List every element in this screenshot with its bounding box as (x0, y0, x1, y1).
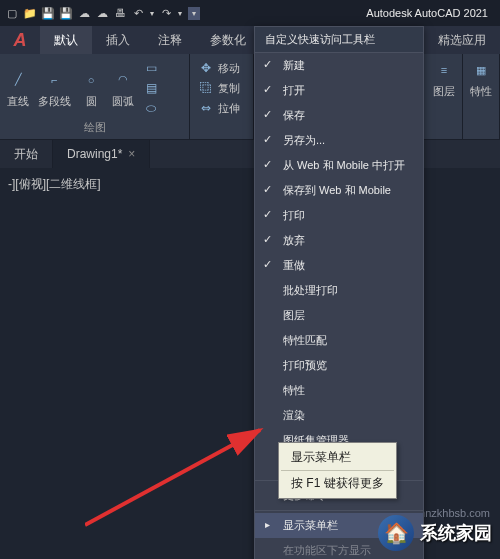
file-tabs: 开始 Drawing1* × (0, 140, 500, 168)
line-label: 直线 (7, 94, 29, 109)
polyline-button[interactable]: ⌐ 多段线 (38, 68, 71, 109)
tab-start-label: 开始 (14, 146, 38, 163)
copy-button[interactable]: ⿻ 复制 (196, 78, 247, 98)
menu-item-label: 图层 (283, 309, 305, 321)
menu-item[interactable]: ✓从 Web 和 Mobile 中打开 (255, 153, 423, 178)
view-controls[interactable]: -][俯视][二维线框] (8, 176, 101, 193)
menu-item[interactable]: 渲染 (255, 403, 423, 428)
menu-item[interactable]: ✓保存 (255, 103, 423, 128)
polyline-icon: ⌐ (43, 68, 67, 92)
menu-item-label: 放弃 (283, 234, 305, 246)
titlebar: ▢ 📁 💾 💾 ☁ ☁ 🖶 ↶ ▾ ↷ ▾ ▾ Autodesk AutoCAD… (0, 0, 500, 26)
move-icon: ✥ (198, 60, 214, 76)
menu-item[interactable]: ✓放弃 (255, 228, 423, 253)
check-icon: ✓ (263, 83, 272, 96)
ellipse-icon[interactable]: ⬭ (143, 100, 159, 116)
menu-header: 自定义快速访问工具栏 (255, 27, 423, 53)
menu-item[interactable]: ✓打印 (255, 203, 423, 228)
tab-parametric[interactable]: 参数化 (196, 26, 260, 54)
menu-item-label: 打印 (283, 209, 305, 221)
tab-default[interactable]: 默认 (40, 26, 92, 54)
check-icon: ✓ (263, 183, 272, 196)
menu-show-menubar-label: 显示菜单栏 (283, 519, 338, 531)
copy-icon: ⿻ (198, 80, 214, 96)
menu-divider (255, 510, 423, 511)
arc-label: 圆弧 (112, 94, 134, 109)
qat-redo-icon[interactable]: ↷ (158, 5, 174, 21)
menu-item-label: 特性 (283, 384, 305, 396)
check-icon: ✓ (263, 258, 272, 271)
properties-icon: ▦ (469, 58, 493, 82)
hatch-icon[interactable]: ▤ (143, 80, 159, 96)
menu-item[interactable]: 图层 (255, 303, 423, 328)
circle-label: 圆 (86, 94, 97, 109)
menu-item[interactable]: 批处理打印 (255, 278, 423, 303)
tab-start[interactable]: 开始 (0, 140, 53, 168)
ribbon-content: ╱ 直线 ⌐ 多段线 ○ 圆 ◠ 圆弧 ▭ ▤ ⬭ 绘图 ✥ (0, 54, 500, 140)
menu-item[interactable]: ✓打开 (255, 78, 423, 103)
qat-undo-icon[interactable]: ↶ (130, 5, 146, 21)
arc-button[interactable]: ◠ 圆弧 (111, 68, 135, 109)
menu-item[interactable]: 特性匹配 (255, 328, 423, 353)
layer-label: 图层 (433, 84, 455, 99)
tab-drawing1[interactable]: Drawing1* × (53, 140, 150, 168)
ribbon-tabs: A 默认 插入 注释 参数化 视图 精选应用 (0, 26, 500, 54)
menu-item[interactable]: 打印预览 (255, 353, 423, 378)
tooltip-help: 按 F1 键获得更多 (281, 471, 394, 496)
stretch-label: 拉伸 (218, 101, 240, 116)
line-icon: ╱ (6, 68, 30, 92)
tooltip-title: 显示菜单栏 (281, 445, 394, 470)
close-icon[interactable]: × (128, 147, 135, 161)
qat-saveas-icon[interactable]: 💾 (58, 5, 74, 21)
check-icon: ✓ (263, 133, 272, 146)
canvas-area[interactable]: -][俯视][二维线框] (0, 168, 500, 559)
qat-print-icon[interactable]: 🖶 (112, 5, 128, 21)
line-button[interactable]: ╱ 直线 (6, 68, 30, 109)
menu-item-label: 保存 (283, 109, 305, 121)
menu-item-label: 另存为... (283, 134, 325, 146)
qat-save-icon[interactable]: 💾 (40, 5, 56, 21)
menu-item[interactable]: 特性 (255, 378, 423, 403)
layer-panel: ≡ 图层 (426, 54, 463, 139)
tab-featured[interactable]: 精选应用 (424, 26, 500, 54)
menu-item-label: 从 Web 和 Mobile 中打开 (283, 159, 405, 171)
menu-item[interactable]: ✓新建 (255, 53, 423, 78)
tooltip: 显示菜单栏 按 F1 键获得更多 (278, 442, 397, 499)
polyline-label: 多段线 (38, 94, 71, 109)
circle-button[interactable]: ○ 圆 (79, 68, 103, 109)
menu-item-label: 特性匹配 (283, 334, 327, 346)
check-icon: ✓ (263, 108, 272, 121)
move-button[interactable]: ✥ 移动 (196, 58, 247, 78)
stretch-button[interactable]: ⇔ 拉伸 (196, 98, 247, 118)
app-logo[interactable]: A (0, 26, 40, 54)
app-title: Autodesk AutoCAD 2021 (366, 7, 496, 19)
qat-undo-dropdown[interactable]: ▾ (150, 9, 154, 18)
check-icon: ✓ (263, 58, 272, 71)
rect-icon[interactable]: ▭ (143, 60, 159, 76)
tab-drawing1-label: Drawing1* (67, 147, 122, 161)
qat-open-icon[interactable]: 📁 (22, 5, 38, 21)
qat-new-icon[interactable]: ▢ (4, 5, 20, 21)
qat-web-save-icon[interactable]: ☁ (94, 5, 110, 21)
menu-item-label: 批处理打印 (283, 284, 338, 296)
menu-item-label: 渲染 (283, 409, 305, 421)
qat-customize-dropdown[interactable]: ▾ (188, 7, 200, 20)
properties-button[interactable]: ▦ 特性 (469, 58, 493, 99)
tab-annotate[interactable]: 注释 (144, 26, 196, 54)
menu-item[interactable]: ✓保存到 Web 和 Mobile (255, 178, 423, 203)
arc-icon: ◠ (111, 68, 135, 92)
menu-item-label: 新建 (283, 59, 305, 71)
pointer-arrow-icon: ▸ (265, 519, 270, 530)
check-icon: ✓ (263, 208, 272, 221)
qat-redo-dropdown[interactable]: ▾ (178, 9, 182, 18)
circle-icon: ○ (79, 68, 103, 92)
menu-item[interactable]: ✓另存为... (255, 128, 423, 153)
check-icon: ✓ (263, 233, 272, 246)
menu-item[interactable]: ✓重做 (255, 253, 423, 278)
layer-button[interactable]: ≡ 图层 (432, 58, 456, 99)
copy-label: 复制 (218, 81, 240, 96)
stretch-icon: ⇔ (198, 100, 214, 116)
move-label: 移动 (218, 61, 240, 76)
tab-insert[interactable]: 插入 (92, 26, 144, 54)
qat-web-open-icon[interactable]: ☁ (76, 5, 92, 21)
